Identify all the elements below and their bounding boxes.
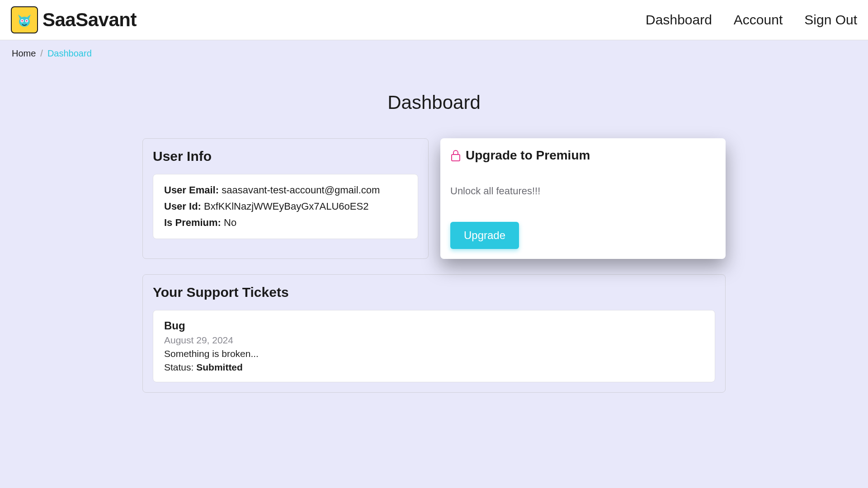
premium-card: Upgrade to Premium Unlock all features!!… xyxy=(440,138,726,259)
user-email-line: User Email: saasavant-test-account@gmail… xyxy=(164,184,407,196)
premium-title: Upgrade to Premium xyxy=(466,148,590,163)
nav-account[interactable]: Account xyxy=(734,12,783,28)
user-info-title: User Info xyxy=(153,149,418,164)
user-premium-label: Is Premium: xyxy=(164,217,221,228)
user-info-card: User Info User Email: saasavant-test-acc… xyxy=(142,138,429,259)
tickets-card: Your Support Tickets Bug August 29, 2024… xyxy=(142,274,726,393)
premium-header: Upgrade to Premium xyxy=(450,148,716,163)
ticket-title: Bug xyxy=(164,319,704,332)
lock-icon xyxy=(450,149,461,162)
brand-logo-icon xyxy=(11,6,38,33)
tickets-title: Your Support Tickets xyxy=(153,285,715,300)
ticket-item: Bug August 29, 2024 Something is broken.… xyxy=(153,310,715,382)
ticket-status-value: Submitted xyxy=(196,362,243,372)
ticket-status-line: Status: Submitted xyxy=(164,362,704,373)
breadcrumb-current: Dashboard xyxy=(47,48,92,59)
content: User Info User Email: saasavant-test-acc… xyxy=(133,138,735,393)
app-header: SaaSavant Dashboard Account Sign Out xyxy=(0,0,868,40)
nav-dashboard[interactable]: Dashboard xyxy=(646,12,712,28)
user-id-line: User Id: BxfKKlNazjWWEyBayGx7ALU6oES2 xyxy=(164,201,407,212)
ticket-description: Something is broken... xyxy=(164,348,704,359)
ticket-date: August 29, 2024 xyxy=(164,335,704,346)
breadcrumb-separator: / xyxy=(40,48,43,59)
breadcrumb: Home / Dashboard xyxy=(0,40,868,67)
brand[interactable]: SaaSavant xyxy=(11,6,137,33)
user-premium-line: Is Premium: No xyxy=(164,217,407,229)
svg-point-3 xyxy=(21,20,23,22)
page-title: Dashboard xyxy=(0,92,868,113)
brand-name: SaaSavant xyxy=(42,9,137,31)
user-info-panel: User Email: saasavant-test-account@gmail… xyxy=(153,174,418,239)
upgrade-button[interactable]: Upgrade xyxy=(450,222,519,249)
breadcrumb-home[interactable]: Home xyxy=(12,48,36,59)
main-nav: Dashboard Account Sign Out xyxy=(646,12,857,28)
svg-point-4 xyxy=(26,20,28,22)
top-row: User Info User Email: saasavant-test-acc… xyxy=(142,138,726,259)
ticket-status-label: Status: xyxy=(164,362,193,372)
svg-rect-5 xyxy=(452,155,460,161)
user-id-value: BxfKKlNazjWWEyBayGx7ALU6oES2 xyxy=(204,201,368,212)
user-email-value: saasavant-test-account@gmail.com xyxy=(222,184,380,196)
nav-signout[interactable]: Sign Out xyxy=(804,12,857,28)
premium-description: Unlock all features!!! xyxy=(450,185,716,197)
user-premium-value: No xyxy=(224,217,236,228)
user-id-label: User Id: xyxy=(164,201,201,212)
user-email-label: User Email: xyxy=(164,184,219,196)
